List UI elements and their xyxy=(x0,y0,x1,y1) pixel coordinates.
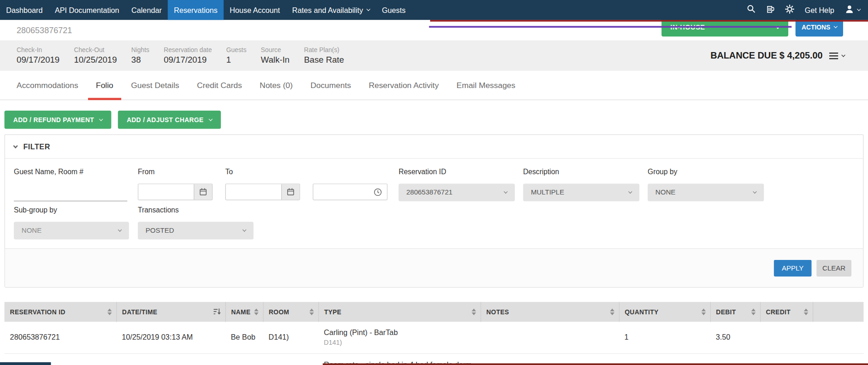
sort-icon xyxy=(309,309,314,315)
chevron-down-icon xyxy=(99,117,103,121)
nav-right-group: Get Help xyxy=(747,0,861,20)
sort-icon xyxy=(107,309,112,315)
summary-check-in: Check-In 09/17/2019 xyxy=(17,47,59,65)
column-header-reservation-id[interactable]: RESERVATION ID xyxy=(5,302,117,322)
balance-due: BALANCE DUE $ 4,205.00 xyxy=(710,50,822,61)
to-date-field[interactable] xyxy=(226,184,281,200)
add-refund-payment-button[interactable]: ADD / REFUND PAYMENT xyxy=(5,111,112,129)
settings-icon[interactable] xyxy=(785,4,794,16)
sort-active-icon xyxy=(213,308,221,316)
tab-reservation-activity[interactable]: Reservation Activity xyxy=(361,71,447,100)
cell-room xyxy=(263,353,318,365)
sort-icon xyxy=(472,309,476,315)
summary-reservation-date: Reservation date 09/17/2019 xyxy=(164,47,212,65)
table-row: 280653876721 10/25/2019 03:13 AM Be Bob … xyxy=(5,322,864,353)
chevron-down-icon xyxy=(833,24,837,28)
folio-actions-row: ADD / REFUND PAYMENT ADD / ADJUST CHARGE xyxy=(5,111,868,129)
folio-menu-button[interactable] xyxy=(829,52,845,59)
description-select[interactable]: MULTIPLE xyxy=(523,183,639,201)
cell-notes xyxy=(480,322,619,353)
bottom-cutoff-element xyxy=(0,362,51,365)
nav-item-dashboard[interactable]: Dashboard xyxy=(0,0,49,20)
filter-to-input xyxy=(225,183,300,200)
filter-footer: APPLY CLEAR xyxy=(5,248,863,287)
chevron-down-icon xyxy=(841,53,845,57)
reservation-id: 280653876721 xyxy=(17,20,72,40)
filter-panel: FILTER Guest Name, Room # From To xyxy=(5,135,864,288)
time-field[interactable] xyxy=(313,184,369,200)
clock-icon[interactable] xyxy=(369,184,387,200)
calendar-icon[interactable] xyxy=(194,184,212,200)
chevron-down-icon xyxy=(857,7,861,11)
chevron-down-icon xyxy=(366,7,370,11)
user-icon xyxy=(845,4,854,16)
column-header-name[interactable]: NAME xyxy=(225,302,263,322)
from-date-field[interactable] xyxy=(138,184,194,200)
group-by-select[interactable]: NONE xyxy=(648,183,764,201)
chevron-down-icon xyxy=(242,228,246,231)
bar-pos-icon[interactable] xyxy=(766,5,774,16)
chevron-down-icon xyxy=(118,228,122,231)
chevron-down-icon xyxy=(628,190,632,194)
reservation-summary: Check-In 09/17/2019 Check-Out 10/25/2019… xyxy=(0,41,868,71)
folio-table: RESERVATION ID DATE/TIME NAME ROOM TYPE … xyxy=(5,302,864,365)
chevron-down-icon xyxy=(504,190,508,194)
transactions-select[interactable]: POSTED xyxy=(138,222,254,239)
tab-notes[interactable]: Notes (0) xyxy=(252,71,301,100)
app-root: Dashboard API Documentation Calendar Res… xyxy=(0,0,868,365)
clear-button[interactable]: CLEAR xyxy=(816,259,851,276)
cell-credit xyxy=(760,322,813,353)
sub-group-by-select[interactable]: NONE xyxy=(14,222,129,239)
column-header-debit[interactable]: DEBIT xyxy=(710,302,760,322)
chevron-down-icon xyxy=(753,190,756,194)
add-adjust-charge-button[interactable]: ADD / ADJUST CHARGE xyxy=(118,111,221,129)
summary-guests: Guests 1 xyxy=(226,47,247,65)
tab-documents[interactable]: Documents xyxy=(303,71,359,100)
column-header-notes[interactable]: NOTES xyxy=(480,302,619,322)
sort-icon xyxy=(701,309,706,315)
filter-collapse-toggle[interactable]: FILTER xyxy=(5,135,863,159)
cell-reservation-id: 280653876721 xyxy=(5,322,117,353)
balance-group: BALANCE DUE $ 4,205.00 xyxy=(710,41,844,71)
cell-name xyxy=(225,353,263,365)
column-header-date-time[interactable]: DATE/TIME xyxy=(116,302,225,322)
nav-item-reservations[interactable]: Reservations xyxy=(168,0,224,20)
column-header-filler xyxy=(813,302,863,322)
nav-item-house-account[interactable]: House Account xyxy=(224,0,286,20)
tab-guest-details[interactable]: Guest Details xyxy=(123,71,187,100)
artifact-line-purple xyxy=(429,26,792,27)
column-header-credit[interactable]: CREDIT xyxy=(760,302,813,322)
nav-item-api-documentation[interactable]: API Documentation xyxy=(49,0,125,20)
nav-item-calendar[interactable]: Calendar xyxy=(125,0,168,20)
summary-check-out: Check-Out 10/25/2019 xyxy=(74,47,117,65)
get-help-link[interactable]: Get Help xyxy=(805,6,834,14)
sort-icon xyxy=(751,309,756,315)
guest-name-room-input[interactable] xyxy=(14,183,127,201)
tab-accommodations[interactable]: Accommodations xyxy=(9,71,86,100)
filter-body: Guest Name, Room # From To xyxy=(5,159,863,248)
search-icon[interactable] xyxy=(747,5,756,16)
tab-folio[interactable]: Folio xyxy=(88,71,121,100)
column-header-quantity[interactable]: QUANTITY xyxy=(619,302,710,322)
nav-item-rates-availability[interactable]: Rates and Availability xyxy=(286,0,376,20)
cell-date-time: 10/25/2019 03:13 AM xyxy=(116,322,225,353)
filter-time-input xyxy=(313,183,388,200)
table-header-row: RESERVATION ID DATE/TIME NAME ROOM TYPE … xyxy=(5,302,864,322)
column-header-room[interactable]: ROOM xyxy=(263,302,318,322)
reservation-id-bar: 280653876721 IN-HOUSE ACTIONS xyxy=(0,20,868,40)
reservation-tabs: Accommodations Folio Guest Details Credi… xyxy=(0,71,868,100)
user-menu[interactable] xyxy=(845,4,861,16)
tab-email-messages[interactable]: Email Messages xyxy=(449,71,523,100)
cell-name: Be Bob xyxy=(225,322,263,353)
reservation-id-select[interactable]: 280653876721 xyxy=(399,183,515,201)
cell-filler xyxy=(813,322,863,353)
apply-button[interactable]: APPLY xyxy=(774,259,812,276)
calendar-icon[interactable] xyxy=(281,184,300,200)
chevron-down-icon xyxy=(208,117,212,121)
cell-room: D141) xyxy=(263,322,318,353)
tab-credit-cards[interactable]: Credit Cards xyxy=(189,71,249,100)
nav-item-guests[interactable]: Guests xyxy=(376,0,412,20)
sort-icon xyxy=(803,309,808,315)
cell-debit: 3.50 xyxy=(710,322,760,353)
column-header-type[interactable]: TYPE xyxy=(319,302,481,322)
